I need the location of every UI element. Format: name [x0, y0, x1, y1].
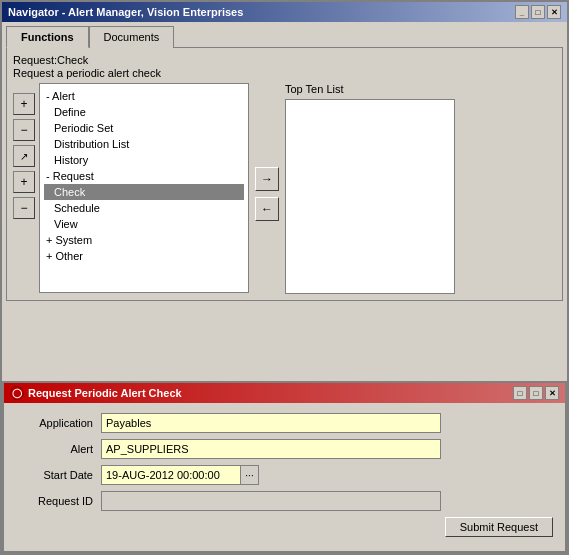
bottom-row: Submit Request — [16, 517, 553, 541]
tree-distribution-list[interactable]: Distribution List — [44, 136, 244, 152]
request-line1: Request:Check — [13, 54, 556, 66]
tree-history[interactable]: History — [44, 152, 244, 168]
outer-title-bar: Navigator - Alert Manager, Vision Enterp… — [2, 2, 567, 22]
open-btn[interactable]: ↗ — [13, 145, 35, 167]
inner-title-left: ◯ Request Periodic Alert Check — [10, 386, 182, 400]
start-date-input[interactable] — [101, 465, 241, 485]
inner-title-icon: ◯ — [10, 386, 24, 400]
inner-minimize-button[interactable]: □ — [513, 386, 527, 400]
tree-view[interactable]: View — [44, 216, 244, 232]
outer-title: Navigator - Alert Manager, Vision Enterp… — [8, 6, 243, 18]
tab-content: Request:Check Request a periodic alert c… — [6, 47, 563, 301]
tree-panel: - Alert Define Periodic Set Distribution… — [39, 83, 249, 293]
request-line2: Request a periodic alert check — [13, 67, 556, 79]
application-label: Application — [16, 417, 101, 429]
minus2-btn[interactable]: − — [13, 197, 35, 219]
request-id-label: Request ID — [16, 495, 101, 507]
inner-close-button[interactable]: ✕ — [545, 386, 559, 400]
tab-bar: Functions Documents — [6, 26, 563, 48]
outer-title-buttons: _ □ ✕ — [515, 5, 561, 19]
right-panel: Top Ten List — [285, 83, 556, 294]
tree-define[interactable]: Define — [44, 104, 244, 120]
tab-functions[interactable]: Functions — [6, 26, 89, 48]
request-id-input[interactable] — [101, 491, 441, 511]
request-info: Request:Check Request a periodic alert c… — [13, 54, 556, 79]
tree-periodic-set[interactable]: Periodic Set — [44, 120, 244, 136]
outer-content: Functions Documents Request:Check Reques… — [2, 22, 567, 305]
inner-title-buttons: □ □ ✕ — [513, 386, 559, 400]
application-input[interactable] — [101, 413, 441, 433]
main-panel: + − ↗ + − - Alert Define Periodic Set Di… — [13, 83, 556, 294]
tree-alert[interactable]: - Alert — [44, 88, 244, 104]
minus-btn[interactable]: − — [13, 119, 35, 141]
inner-title-bar: ◯ Request Periodic Alert Check □ □ ✕ — [4, 383, 565, 403]
top-ten-box — [285, 99, 455, 294]
top-ten-label: Top Ten List — [285, 83, 556, 95]
close-button[interactable]: ✕ — [547, 5, 561, 19]
start-date-group: ··· — [101, 465, 259, 485]
tab-documents[interactable]: Documents — [89, 26, 175, 48]
tree-other[interactable]: + Other — [44, 248, 244, 264]
inner-window: ◯ Request Periodic Alert Check □ □ ✕ App… — [2, 381, 567, 553]
submit-request-button[interactable]: Submit Request — [445, 517, 553, 537]
tree-check[interactable]: Check — [44, 184, 244, 200]
start-date-label: Start Date — [16, 469, 101, 481]
alert-input[interactable] — [101, 439, 441, 459]
tree-request[interactable]: - Request — [44, 168, 244, 184]
add2-btn[interactable]: + — [13, 171, 35, 193]
maximize-button[interactable]: □ — [531, 5, 545, 19]
calendar-button[interactable]: ··· — [241, 465, 259, 485]
tree-schedule[interactable]: Schedule — [44, 200, 244, 216]
arrow-buttons: → ← — [255, 83, 279, 294]
right-arrow-button[interactable]: → — [255, 167, 279, 191]
alert-row: Alert — [16, 439, 553, 459]
minimize-button[interactable]: _ — [515, 5, 529, 19]
add-btn[interactable]: + — [13, 93, 35, 115]
inner-maximize-button[interactable]: □ — [529, 386, 543, 400]
left-side: + − ↗ + − - Alert Define Periodic Set Di… — [13, 83, 249, 294]
alert-label: Alert — [16, 443, 101, 455]
start-date-row: Start Date ··· — [16, 465, 553, 485]
outer-window: Navigator - Alert Manager, Vision Enterp… — [0, 0, 569, 555]
inner-title-text: Request Periodic Alert Check — [28, 387, 182, 399]
inner-content: Application Alert Start Date ··· Request… — [4, 403, 565, 551]
tree-system[interactable]: + System — [44, 232, 244, 248]
request-id-row: Request ID — [16, 491, 553, 511]
application-row: Application — [16, 413, 553, 433]
left-arrow-button[interactable]: ← — [255, 197, 279, 221]
side-buttons: + − ↗ + − — [13, 83, 35, 294]
